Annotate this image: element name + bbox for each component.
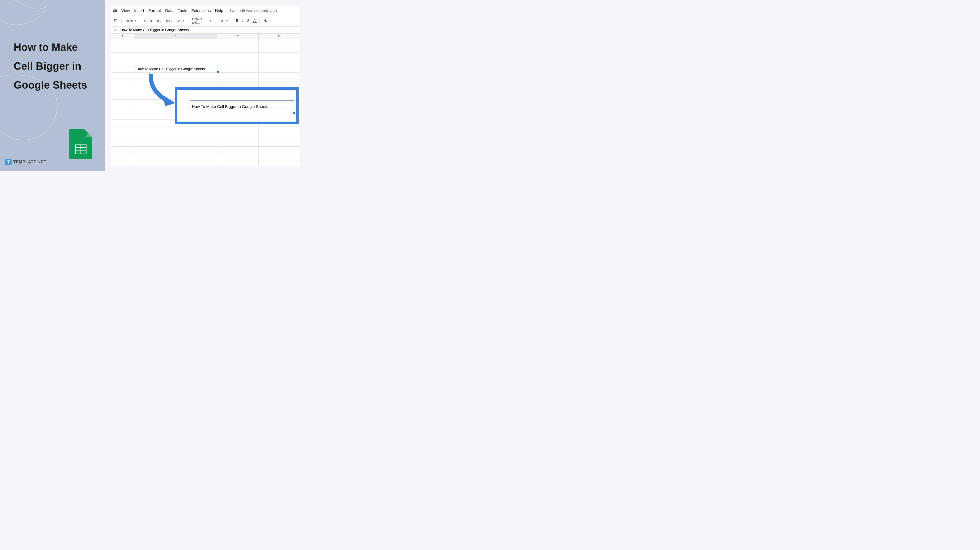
column-header-a[interactable]: A — [111, 33, 134, 39]
sheets-screenshot: dit View Insert Format Data Tools Extens… — [111, 6, 300, 166]
toolbar-divider — [121, 19, 122, 23]
column-header-d[interactable]: D — [259, 33, 300, 39]
cell-text: How To Make Cell Bigger in Google Sheets — [192, 104, 268, 109]
chevron-down-icon: ▼ — [209, 20, 212, 22]
chevron-down-icon: ▼ — [182, 20, 185, 22]
template-logo-badge: T — [5, 159, 11, 165]
fill-color-icon — [264, 19, 267, 23]
zoom-dropdown[interactable]: 100% ▼ — [124, 19, 137, 23]
decrease-decimal-button[interactable]: .0↙ — [155, 19, 162, 23]
strikethrough-button[interactable]: S — [246, 18, 250, 23]
template-net-logo: T TEMPLATE.NET — [5, 159, 46, 165]
formula-input[interactable]: How To Make Cell Bigger in Google Sheets — [120, 28, 189, 32]
menu-data[interactable]: Data — [165, 8, 173, 13]
chevron-down-icon: ▼ — [226, 20, 228, 22]
menu-bar: dit View Insert Format Data Tools Extens… — [111, 6, 300, 15]
increase-decimal-button[interactable]: .00↘ — [164, 19, 173, 23]
toolbar-divider — [188, 19, 188, 23]
toolbar-divider — [259, 19, 260, 23]
format-percent-button[interactable]: % — [149, 19, 153, 23]
fill-color-button[interactable] — [262, 19, 268, 23]
svg-point-5 — [266, 21, 267, 22]
menu-extensions[interactable]: Extensions — [191, 8, 211, 13]
paint-format-icon — [114, 19, 118, 23]
toolbar-divider — [232, 19, 232, 23]
selected-cell-before[interactable]: How To Make Cell Bigger in Google Sheets — [135, 66, 218, 72]
paint-format-button[interactable] — [113, 19, 118, 23]
spreadsheet-grid[interactable]: How To Make Cell Bigger in Google Sheets… — [111, 39, 300, 166]
menu-help[interactable]: Help — [215, 8, 223, 13]
menu-edit[interactable]: dit — [113, 8, 117, 13]
chevron-down-icon: ▼ — [134, 20, 136, 22]
menu-insert[interactable]: Insert — [134, 8, 144, 13]
last-edit-link[interactable]: Last edit was seconds ago — [230, 8, 277, 13]
column-header-c[interactable]: C — [217, 33, 259, 39]
toolbar: 100% ▼ $ % .0↙ .00↘ 123 ▼ Default (Ari… … — [111, 15, 300, 27]
selected-cell-after[interactable]: How To Make Cell Bigger in Google Sheets — [190, 100, 294, 113]
template-logo-tld: .NET — [36, 159, 46, 164]
more-formats-dropdown[interactable]: 123 ▼ — [175, 19, 185, 23]
font-size-dropdown[interactable]: 10 ▼ — [218, 19, 229, 23]
toolbar-divider — [140, 19, 140, 23]
callout-box: How To Make Cell Bigger in Google Sheets — [175, 88, 299, 124]
italic-button[interactable]: I — [242, 18, 244, 23]
fx-label: fx — [113, 28, 116, 32]
format-currency-button[interactable]: $ — [143, 19, 146, 23]
svg-rect-4 — [116, 19, 116, 20]
text-color-button[interactable]: A — [253, 19, 256, 23]
left-panel: How to Make Cell Bigger in Google Sheets… — [0, 0, 105, 171]
page-title: How to Make Cell Bigger in Google Sheets — [14, 38, 87, 94]
google-sheets-icon — [69, 129, 92, 159]
font-family-dropdown[interactable]: Default (Ari… ▼ — [191, 17, 212, 25]
menu-tools[interactable]: Tools — [178, 8, 187, 13]
formula-bar: fx How To Make Cell Bigger in Google She… — [111, 27, 300, 33]
column-header-b[interactable]: B — [134, 33, 217, 39]
column-headers: A B C D — [111, 33, 300, 39]
decorative-squiggle-1 — [0, 0, 50, 36]
bold-button[interactable]: B — [235, 18, 239, 23]
cell-text: How To Make Cell Bigger in Google Sheets — [137, 67, 205, 71]
menu-format[interactable]: Format — [148, 8, 161, 13]
template-logo-name: TEMPLATE — [13, 159, 36, 164]
menu-view[interactable]: View — [121, 8, 130, 13]
